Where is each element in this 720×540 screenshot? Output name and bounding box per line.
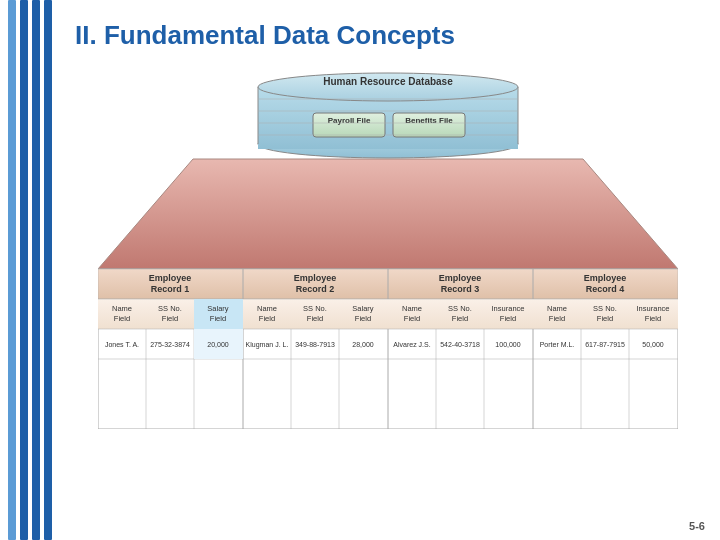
ss-field-3: SS No. [448,304,472,313]
data-salary-1: 20,000 [207,341,229,348]
data-name-4: Porter M.L. [539,341,574,348]
svg-text:Field: Field [499,314,515,323]
svg-text:Field: Field [644,314,660,323]
svg-rect-29 [98,299,678,329]
data-name-1: Jones T. A. [104,341,138,348]
svg-text:Field: Field [306,314,322,323]
db-label: Human Resource Database [323,76,453,87]
svg-text:Record 2: Record 2 [295,284,334,294]
emp-record-1: Employee [148,273,191,283]
svg-text:Record 1: Record 1 [150,284,189,294]
svg-text:Field: Field [451,314,467,323]
emp-record-3: Employee [438,273,481,283]
data-name-2: Klugman J. L. [245,341,288,349]
page-title: II. Fundamental Data Concepts [75,20,700,51]
svg-text:Field: Field [403,314,419,323]
data-name-3: Alvarez J.S. [393,341,430,348]
insurance-field-3: Insurance [491,304,524,313]
page-number: 5-6 [689,520,705,532]
main-content: II. Fundamental Data Concepts [55,0,720,540]
salary-field-1: Salary [207,304,229,313]
data-ss-1: 275-32-3874 [150,341,190,348]
data-insurance-3: 100,000 [495,341,520,348]
emp-record-4: Employee [583,273,626,283]
payroll-file-label: Payroll File [327,116,370,125]
benefits-file-label: Benefits File [405,116,453,125]
data-insurance-4: 50,000 [642,341,664,348]
ss-field-1: SS No. [158,304,182,313]
svg-text:Field: Field [596,314,612,323]
svg-text:Field: Field [113,314,129,323]
svg-text:Field: Field [258,314,274,323]
name-field-2: Name [256,304,276,313]
ss-field-4: SS No. [593,304,617,313]
data-ss-2: 349-88-7913 [295,341,335,348]
svg-text:Record 4: Record 4 [585,284,624,294]
name-field-1: Name [111,304,131,313]
left-decoration [0,0,55,540]
svg-marker-0 [98,159,678,269]
emp-record-2: Employee [293,273,336,283]
salary-field-2: Salary [352,304,374,313]
data-salary-2: 28,000 [352,341,374,348]
svg-text:Field: Field [354,314,370,323]
data-ss-4: 617-87-7915 [585,341,625,348]
name-field-3: Name [401,304,421,313]
data-ss-3: 542-40-3718 [440,341,480,348]
svg-text:Field: Field [161,314,177,323]
ss-field-2: SS No. [303,304,327,313]
svg-text:Record 3: Record 3 [440,284,479,294]
diagram: Human Resource Database Payroll File Ben… [98,69,678,429]
name-field-4: Name [546,304,566,313]
insurance-field-4: Insurance [636,304,669,313]
svg-text:Field: Field [209,314,225,323]
svg-text:Field: Field [548,314,564,323]
